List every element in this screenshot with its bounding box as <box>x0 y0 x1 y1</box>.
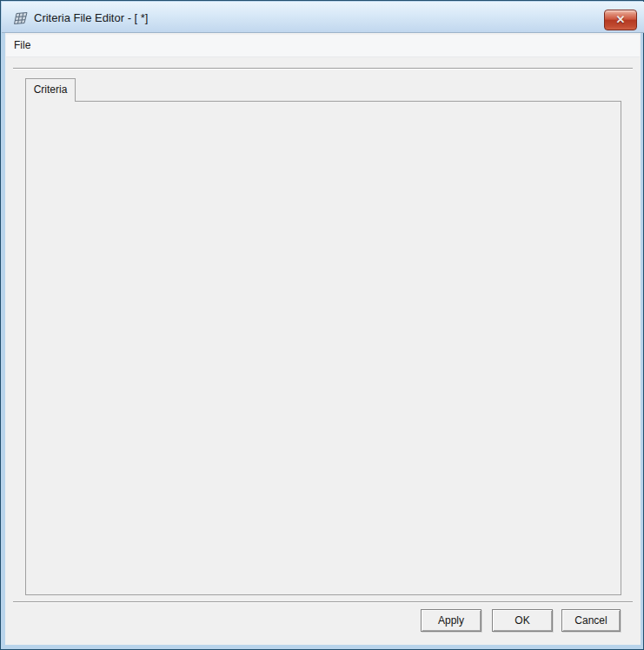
window: Criteria File Editor - [ *] ✕ File Crite… <box>0 0 644 650</box>
close-button[interactable]: ✕ <box>604 10 637 30</box>
title-bar[interactable]: Criteria File Editor - [ *] ✕ <box>2 2 644 33</box>
menu-file[interactable]: File <box>6 35 38 56</box>
apply-button[interactable]: Apply <box>421 609 481 632</box>
window-title: Criteria File Editor - [ *] <box>34 10 148 27</box>
cancel-button[interactable]: Cancel <box>561 609 621 632</box>
menu-bar: File <box>6 35 640 57</box>
ok-button[interactable]: OK <box>492 609 553 632</box>
tab-criteria[interactable]: Criteria <box>25 78 76 102</box>
mesh-grid-icon <box>12 11 29 26</box>
divider <box>13 601 633 602</box>
criteria-panel <box>25 101 621 595</box>
divider <box>13 68 633 69</box>
